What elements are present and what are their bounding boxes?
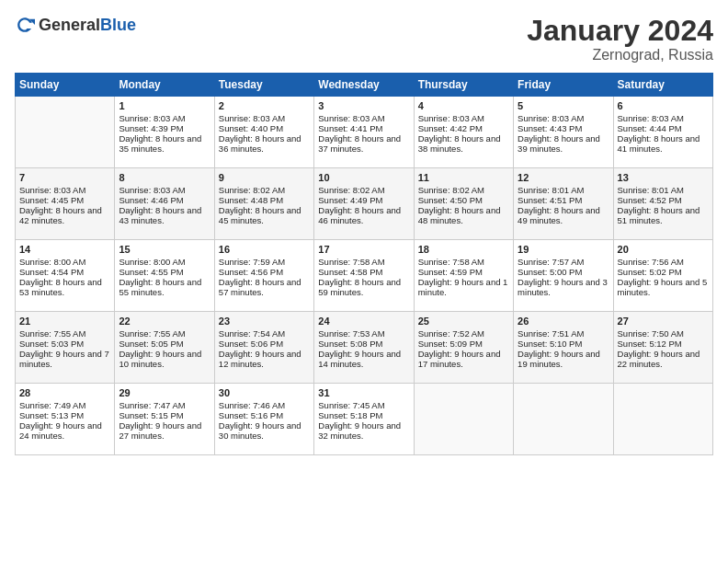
cell-detail: Daylight: 8 hours and 57 minutes. <box>219 277 310 297</box>
day-number: 19 <box>518 244 609 255</box>
cell-detail: Sunset: 5:00 PM <box>518 267 609 277</box>
table-row: 21Sunrise: 7:55 AMSunset: 5:03 PMDayligh… <box>16 312 115 384</box>
day-number: 24 <box>318 316 409 327</box>
cell-detail: Daylight: 8 hours and 42 minutes. <box>19 205 110 225</box>
cell-detail: Sunset: 5:18 PM <box>318 410 409 420</box>
logo-text: GeneralBlue <box>39 16 136 35</box>
calendar-page: GeneralBlue January 2024 Zernograd, Russ… <box>0 0 728 563</box>
table-row: 29Sunrise: 7:47 AMSunset: 5:15 PMDayligh… <box>115 384 214 455</box>
day-number: 31 <box>318 387 409 398</box>
cell-detail: Daylight: 9 hours and 24 minutes. <box>19 420 110 441</box>
col-sunday: Sunday <box>16 74 115 97</box>
table-row <box>16 97 115 168</box>
table-row <box>613 384 712 455</box>
cell-detail: Daylight: 9 hours and 3 minutes. <box>518 277 609 297</box>
cell-detail: Sunset: 4:56 PM <box>219 267 310 277</box>
cell-detail: Sunset: 4:48 PM <box>219 195 310 205</box>
cell-detail: Daylight: 8 hours and 49 minutes. <box>518 205 609 225</box>
cell-detail: Daylight: 9 hours and 10 minutes. <box>119 349 210 369</box>
cell-detail: Sunrise: 7:55 AM <box>19 328 110 339</box>
day-number: 25 <box>418 316 509 327</box>
day-number: 15 <box>119 244 210 255</box>
day-number: 9 <box>219 172 310 183</box>
day-number: 27 <box>618 316 709 327</box>
cell-detail: Sunrise: 8:01 AM <box>618 185 709 195</box>
logo-icon <box>15 15 35 35</box>
cell-detail: Daylight: 9 hours and 7 minutes. <box>19 349 110 369</box>
cell-detail: Sunrise: 7:59 AM <box>219 257 310 267</box>
day-number: 18 <box>418 244 509 255</box>
col-wednesday: Wednesday <box>314 74 414 97</box>
cell-detail: Sunset: 5:16 PM <box>219 410 310 420</box>
cell-detail: Sunrise: 7:47 AM <box>119 400 210 410</box>
table-row: 2Sunrise: 8:03 AMSunset: 4:40 PMDaylight… <box>214 97 313 168</box>
cell-detail: Sunrise: 8:01 AM <box>518 185 609 195</box>
day-number: 5 <box>518 100 609 111</box>
cell-detail: Sunrise: 7:50 AM <box>618 328 709 339</box>
cell-detail: Sunset: 4:58 PM <box>318 267 409 277</box>
cell-detail: Sunset: 5:12 PM <box>618 339 709 349</box>
cell-detail: Sunrise: 8:00 AM <box>119 257 210 267</box>
table-row: 18Sunrise: 7:58 AMSunset: 4:59 PMDayligh… <box>414 240 513 312</box>
cell-detail: Sunrise: 7:46 AM <box>219 400 310 410</box>
table-row: 28Sunrise: 7:49 AMSunset: 5:13 PMDayligh… <box>16 384 115 455</box>
day-number: 13 <box>618 172 709 183</box>
day-number: 29 <box>119 387 210 398</box>
calendar-table: Sunday Monday Tuesday Wednesday Thursday… <box>15 73 713 455</box>
cell-detail: Daylight: 8 hours and 48 minutes. <box>418 205 509 225</box>
cell-detail: Daylight: 8 hours and 37 minutes. <box>318 133 409 154</box>
table-row: 6Sunrise: 8:03 AMSunset: 4:44 PMDaylight… <box>613 97 712 168</box>
day-number: 10 <box>318 172 409 183</box>
day-number: 6 <box>618 100 709 111</box>
cell-detail: Sunset: 4:52 PM <box>618 195 709 205</box>
cell-detail: Daylight: 8 hours and 38 minutes. <box>418 133 509 154</box>
col-saturday: Saturday <box>613 74 712 97</box>
cell-detail: Sunrise: 8:03 AM <box>318 113 409 123</box>
cell-detail: Daylight: 8 hours and 41 minutes. <box>618 133 709 154</box>
table-row: 23Sunrise: 7:54 AMSunset: 5:06 PMDayligh… <box>214 312 313 384</box>
table-row: 9Sunrise: 8:02 AMSunset: 4:48 PMDaylight… <box>214 168 313 240</box>
table-row: 15Sunrise: 8:00 AMSunset: 4:55 PMDayligh… <box>115 240 214 312</box>
calendar-title: January 2024 <box>527 15 713 47</box>
cell-detail: Daylight: 8 hours and 51 minutes. <box>618 205 709 225</box>
cell-detail: Sunrise: 7:58 AM <box>318 257 409 267</box>
day-number: 16 <box>219 244 310 255</box>
cell-detail: Daylight: 8 hours and 43 minutes. <box>119 205 210 225</box>
table-row: 30Sunrise: 7:46 AMSunset: 5:16 PMDayligh… <box>214 384 313 455</box>
cell-detail: Sunset: 5:08 PM <box>318 339 409 349</box>
cell-detail: Sunset: 5:03 PM <box>19 339 110 349</box>
cell-detail: Sunrise: 8:03 AM <box>618 113 709 123</box>
day-number: 21 <box>19 316 110 327</box>
logo-blue: Blue <box>100 16 136 34</box>
cell-detail: Sunset: 4:51 PM <box>518 195 609 205</box>
cell-detail: Sunset: 4:45 PM <box>19 195 110 205</box>
cell-detail: Sunrise: 8:03 AM <box>219 113 310 123</box>
cell-detail: Sunset: 5:05 PM <box>119 339 210 349</box>
table-row: 10Sunrise: 8:02 AMSunset: 4:49 PMDayligh… <box>314 168 414 240</box>
cell-detail: Sunrise: 8:03 AM <box>19 185 110 195</box>
cell-detail: Daylight: 9 hours and 32 minutes. <box>318 420 409 441</box>
cell-detail: Sunset: 4:44 PM <box>618 123 709 133</box>
cell-detail: Sunset: 5:09 PM <box>418 339 509 349</box>
cell-detail: Daylight: 8 hours and 39 minutes. <box>518 133 609 154</box>
cell-detail: Daylight: 9 hours and 19 minutes. <box>518 349 609 369</box>
table-row <box>414 384 513 455</box>
table-row: 14Sunrise: 8:00 AMSunset: 4:54 PMDayligh… <box>16 240 115 312</box>
table-row: 4Sunrise: 8:03 AMSunset: 4:42 PMDaylight… <box>414 97 513 168</box>
cell-detail: Sunrise: 7:57 AM <box>518 257 609 267</box>
cell-detail: Sunset: 4:41 PM <box>318 123 409 133</box>
cell-detail: Daylight: 9 hours and 14 minutes. <box>318 349 409 369</box>
table-row: 20Sunrise: 7:56 AMSunset: 5:02 PMDayligh… <box>613 240 712 312</box>
table-row: 16Sunrise: 7:59 AMSunset: 4:56 PMDayligh… <box>214 240 313 312</box>
cell-detail: Sunset: 5:10 PM <box>518 339 609 349</box>
cell-detail: Daylight: 9 hours and 22 minutes. <box>618 349 709 369</box>
logo: GeneralBlue <box>15 15 136 35</box>
day-number: 28 <box>19 387 110 398</box>
cell-detail: Daylight: 8 hours and 55 minutes. <box>119 277 210 297</box>
day-number: 1 <box>119 100 210 111</box>
day-number: 14 <box>19 244 110 255</box>
cell-detail: Sunset: 4:49 PM <box>318 195 409 205</box>
cell-detail: Sunrise: 8:03 AM <box>518 113 609 123</box>
cell-detail: Sunrise: 7:55 AM <box>119 328 210 339</box>
cell-detail: Daylight: 8 hours and 59 minutes. <box>318 277 409 297</box>
